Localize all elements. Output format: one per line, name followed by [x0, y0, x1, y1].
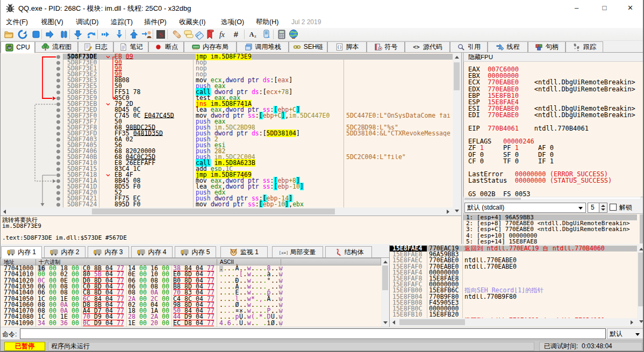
scrollbar-thumb[interactable] [454, 62, 460, 90]
step-over-icon[interactable] [86, 29, 97, 40]
scrollbar-arrow[interactable] [3, 210, 6, 214]
menu-7[interactable]: 选项(O) [221, 18, 244, 27]
scrollbar-arrow[interactable] [383, 261, 388, 263]
tab-源代码[interactable]: <>源代码 [405, 41, 450, 53]
dump-tab-局部变量[interactable]: [x=]局部变量 [272, 246, 323, 258]
bookmarks-icon[interactable] [205, 29, 216, 40]
tab-调用堆栈[interactable]: 调用堆栈 [237, 41, 289, 53]
tab-内存布局[interactable]: 内存布局 [184, 41, 237, 53]
dump-tab-内存 5[interactable]: 内存 5 [175, 246, 216, 258]
argument-count-stepper[interactable] [599, 203, 607, 213]
menu-1[interactable]: 文件(F) [6, 18, 28, 27]
hide-fpu-button[interactable]: 隐藏FPU [463, 53, 644, 62]
scrollbar-thumb[interactable] [638, 253, 644, 306]
hash-icon[interactable]: # [231, 29, 241, 40]
disassembly-vertical-scrollbar[interactable] [453, 53, 461, 215]
registers-list[interactable]: EAX 007C6000EBX 00000000ECX 770EABE0 <nt… [463, 62, 644, 197]
open-folder-icon[interactable] [4, 29, 15, 40]
tab-断点[interactable]: 断点 [148, 41, 184, 53]
tab-流程图[interactable]: 流程图 [35, 41, 78, 53]
trace-record-icon[interactable]: S [155, 29, 166, 40]
menu-8[interactable]: 帮助(H) [256, 18, 278, 27]
dump-vertical-scrollbar[interactable] [381, 258, 389, 327]
scrollbar-arrow[interactable] [639, 320, 643, 323]
minimize-button[interactable]: – [564, 0, 589, 16]
run-to-user-code-icon[interactable] [141, 29, 152, 40]
menu-5[interactable]: 插件(P) [144, 18, 167, 27]
scrollbar-thumb[interactable] [640, 214, 643, 243]
disassembly-horizontal-scrollbar[interactable] [1, 207, 453, 215]
scrollbar-arrow[interactable] [392, 320, 395, 325]
argument-count-field[interactable]: 5 [588, 203, 599, 213]
dump-tab-内存 3[interactable]: 内存 3 [88, 246, 129, 258]
dump-tab-内存 2[interactable]: 内存 2 [44, 246, 85, 258]
step-into-icon[interactable] [73, 29, 83, 40]
maximize-button[interactable]: □ [592, 0, 617, 16]
tab-跟踪[interactable]: 跟踪 [566, 41, 603, 53]
register-row[interactable]: EDI 770EABE0 <ntdll.DbgUiRemoteBreakin> [468, 112, 635, 118]
scrollbar-arrow[interactable] [383, 321, 388, 324]
scrollbar-thumb[interactable] [382, 265, 388, 290]
stop-icon[interactable] [31, 29, 41, 40]
scrollbar-thumb[interactable] [92, 209, 335, 214]
strings-icon[interactable]: Az [247, 29, 258, 40]
arguments-list[interactable]: 1: [esp+4] 96A59BB32: [esp+8] 770EABE0 <… [463, 213, 644, 244]
close-button[interactable]: ✕ [618, 0, 642, 16]
dump-tab-结构体[interactable]: 结构体 [325, 246, 372, 258]
dump-table[interactable]: 7704100016001800C08B04771400160038840477… [1, 265, 381, 327]
dump-row-77041090[interactable]: 77041090340036000CD904771E002000ECD80477… [1, 320, 381, 326]
svg-text:32: 32 [8, 46, 11, 49]
stack-horizontal-scrollbar[interactable] [390, 318, 637, 326]
dump-tab-内存 4[interactable]: 内存 4 [131, 246, 173, 258]
stack-vertical-scrollbar[interactable] [637, 245, 644, 326]
website-icon[interactable] [288, 29, 299, 40]
calculator-icon[interactable] [276, 29, 287, 40]
tab-脚本[interactable]: {}脚本 [327, 41, 367, 53]
tab-符号[interactable]: 符号 [367, 41, 405, 53]
tab-线程[interactable]: 线程 [488, 41, 528, 53]
patches-icon[interactable] [171, 29, 182, 40]
scrollbar-arrow[interactable] [455, 210, 459, 212]
calling-convention-select[interactable]: 默认 (stdcall) [464, 203, 586, 213]
register-row[interactable]: LastStatus 00000000 (STATUS_SUCCESS) [468, 177, 612, 184]
command-mode-select[interactable]: 默认 [607, 328, 643, 339]
trace-over-icon[interactable] [114, 29, 125, 40]
menu-2[interactable]: 视图(V) [41, 18, 63, 27]
labels-icon[interactable] [194, 29, 205, 40]
smart-search-icon[interactable] [261, 29, 272, 40]
argument-row[interactable]: 3: [esp+C] 770EABE0 <ntdll.DbgUiRemoteBr… [466, 226, 640, 232]
argument-row[interactable]: 5: [esp+14] 15E8FAE8 [466, 239, 640, 245]
trace-into-icon[interactable] [101, 29, 111, 40]
command-input[interactable] [20, 328, 606, 339]
menu-3[interactable]: 调试(D) [76, 18, 98, 27]
dump-tab-内存 1[interactable]: 内存 1 [1, 246, 42, 258]
dump-tab-监视 1[interactable]: 监视 1 [220, 246, 268, 258]
register-row[interactable]: CF 0 TF 0 IF 1 [468, 158, 554, 164]
unlock-checkbox[interactable] [610, 204, 617, 211]
tab-引用[interactable]: 引用 [450, 41, 488, 53]
pause-icon[interactable] [59, 29, 69, 40]
scrollbar-thumb[interactable] [464, 198, 521, 200]
menu-6[interactable]: 收藏夹(I) [179, 18, 205, 27]
tab-CPU[interactable]: 32CPU [1, 41, 35, 53]
tab-日志[interactable]: 日志 [78, 41, 113, 53]
register-row[interactable]: EIP 770B4061 ntdll.770B4061 [468, 125, 589, 132]
execute-till-return-icon[interactable] [128, 29, 139, 40]
scrollbar-arrow[interactable] [631, 320, 633, 325]
tab-SEH链[interactable]: SEH链 [289, 41, 327, 53]
tab-句柄[interactable]: 句柄 [528, 41, 566, 53]
menu-4[interactable]: 追踪(T) [111, 18, 133, 27]
comments-icon[interactable] [183, 29, 194, 40]
registers-horizontal-scrollbar[interactable] [463, 197, 641, 200]
restart-icon[interactable] [17, 29, 28, 40]
scrollbar-arrow[interactable] [639, 248, 643, 250]
disassembly-rows[interactable]: 5D8F73DEEB 09jmp im.5D8F73E95D8F73E090no… [1, 54, 453, 207]
tab-笔记[interactable]: 笔记 [113, 41, 148, 53]
scrollbar-arrow[interactable] [455, 56, 459, 59]
scrollbar-thumb[interactable] [399, 319, 465, 325]
scrollbar-arrow[interactable] [447, 210, 449, 214]
run-icon[interactable] [44, 29, 55, 40]
functions-icon[interactable]: fx [217, 29, 227, 40]
stack-rows[interactable]: 15E8FAE4770EAC19返回到 ntdll.770EAC19 自 ntd… [390, 245, 637, 318]
arguments-scrollbar[interactable] [639, 214, 643, 245]
